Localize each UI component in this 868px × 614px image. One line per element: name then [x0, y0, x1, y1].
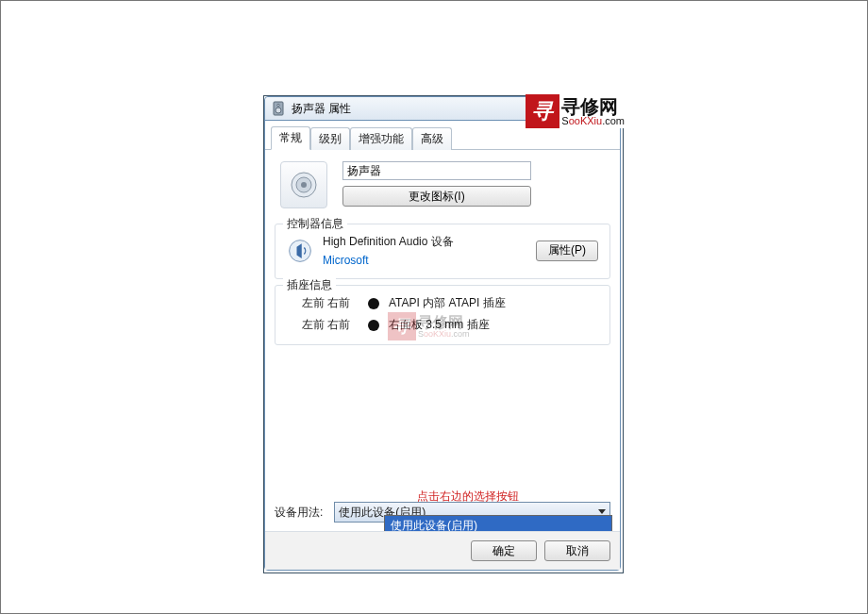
tab-levels[interactable]: 级别	[310, 127, 350, 150]
svg-point-5	[301, 182, 307, 188]
window-title: 扬声器 属性	[292, 101, 351, 117]
tab-enhancements[interactable]: 增强功能	[350, 127, 412, 150]
jack-row: 左前 右前 ATAPI 内部 ATAPI 插座	[302, 295, 598, 311]
jack-color-dot	[368, 298, 379, 309]
svg-point-1	[275, 108, 281, 113]
jack-group-title: 插座信息	[283, 277, 336, 293]
audio-device-icon	[287, 238, 313, 264]
speaker-title-icon	[271, 101, 286, 116]
controller-info-group: 控制器信息 High Definition Audio 设备 Microsoft…	[275, 224, 610, 279]
logo-mark-icon: 寻	[388, 312, 416, 340]
tab-general[interactable]: 常规	[271, 126, 310, 150]
device-usage-label: 设备用法:	[275, 505, 323, 521]
svg-point-2	[277, 104, 279, 106]
controller-properties-button[interactable]: 属性(P)	[536, 241, 598, 261]
center-watermark: 寻 寻修网 SooKXiu.com	[388, 312, 470, 340]
controller-group-title: 控制器信息	[283, 216, 347, 232]
logo-mark-icon: 寻	[526, 94, 559, 128]
jack-color-dot	[368, 320, 379, 331]
tab-client-area: 更改图标(I) 控制器信息 High Definition Audio 设备 M…	[265, 150, 620, 570]
device-icon	[280, 161, 327, 208]
controller-device-name: High Definition Audio 设备	[323, 234, 454, 250]
tab-advanced[interactable]: 高级	[412, 127, 452, 150]
jack-description: ATAPI 内部 ATAPI 插座	[389, 295, 506, 311]
dialog-button-row: 确定 取消	[265, 531, 620, 570]
jack-position: 左前 右前	[302, 295, 359, 311]
device-header-row: 更改图标(I)	[275, 158, 610, 218]
controller-vendor-link[interactable]: Microsoft	[323, 254, 454, 267]
change-icon-button[interactable]: 更改图标(I)	[342, 186, 531, 207]
jack-position: 左前 右前	[302, 317, 359, 333]
cancel-button[interactable]: 取消	[544, 540, 610, 561]
logo-cn-text: 寻修网	[561, 97, 625, 116]
device-name-input[interactable]	[342, 161, 531, 180]
logo-en-text: SooKXiu.com	[561, 116, 625, 126]
watermark-logo: 寻 寻修网 SooKXiu.com	[526, 94, 625, 128]
ok-button[interactable]: 确定	[471, 540, 537, 561]
